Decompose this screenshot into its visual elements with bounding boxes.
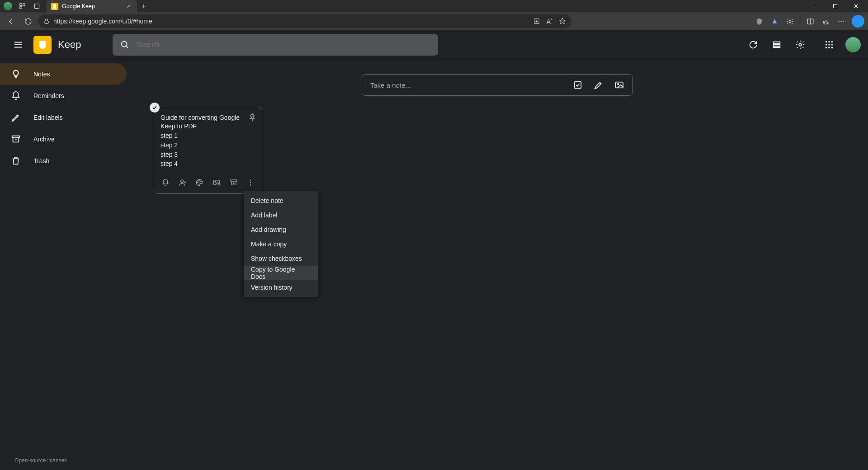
copilot-button[interactable] bbox=[852, 15, 864, 28]
ctx-show-checkboxes[interactable]: Show checkboxes bbox=[244, 251, 318, 266]
tracking-icon[interactable] bbox=[752, 14, 766, 28]
take-note-placeholder: Take a note... bbox=[370, 81, 411, 89]
browser-tab[interactable]: Google Keep bbox=[47, 0, 137, 12]
ctx-copy-to-docs[interactable]: Copy to Google Docs bbox=[244, 266, 318, 280]
svg-rect-3 bbox=[34, 4, 39, 9]
sidebar-item-reminders[interactable]: Reminders bbox=[0, 85, 127, 107]
account-avatar[interactable] bbox=[845, 37, 861, 52]
back-button[interactable] bbox=[4, 14, 18, 28]
text-size-icon[interactable]: Aᴬ bbox=[547, 18, 552, 25]
main-menu-button[interactable] bbox=[7, 34, 29, 56]
sidebar-item-archive[interactable]: Archive bbox=[0, 128, 127, 150]
svg-rect-14 bbox=[774, 44, 780, 46]
profile-badge[interactable] bbox=[4, 2, 12, 10]
ctx-delete-note[interactable]: Delete note bbox=[244, 193, 318, 208]
svg-point-38 bbox=[250, 182, 251, 183]
window-maximize-button[interactable] bbox=[825, 0, 845, 12]
svg-rect-27 bbox=[575, 82, 581, 89]
pencil-icon bbox=[11, 113, 21, 122]
note-line: step 4 bbox=[160, 160, 255, 168]
take-note-bar[interactable]: Take a note... bbox=[362, 74, 633, 96]
browser-tab-strip: Google Keep + bbox=[0, 0, 868, 12]
refresh-button[interactable] bbox=[21, 14, 35, 28]
remind-me-button[interactable] bbox=[160, 177, 170, 188]
note-card[interactable]: Guide for converting Google Keep to PDF … bbox=[154, 107, 262, 194]
lock-icon bbox=[43, 18, 50, 24]
svg-point-33 bbox=[200, 181, 201, 182]
list-view-button[interactable] bbox=[767, 35, 787, 55]
collections-icon[interactable] bbox=[818, 14, 833, 28]
tab-title: Google Keep bbox=[62, 3, 95, 9]
search-box[interactable] bbox=[113, 34, 438, 56]
svg-point-17 bbox=[826, 41, 827, 42]
pin-button[interactable] bbox=[247, 113, 257, 122]
search-icon bbox=[120, 40, 130, 50]
tab-actions-icon[interactable] bbox=[29, 0, 44, 12]
archive-icon bbox=[11, 134, 21, 144]
sidebar-item-label: Reminders bbox=[33, 92, 64, 99]
more-button[interactable] bbox=[245, 177, 255, 188]
browser-settings-icon[interactable] bbox=[783, 14, 797, 28]
svg-point-24 bbox=[828, 47, 830, 48]
ctx-version-history[interactable]: Version history bbox=[244, 280, 318, 295]
svg-point-22 bbox=[831, 44, 833, 46]
window-minimize-button[interactable] bbox=[804, 0, 825, 12]
svg-point-19 bbox=[831, 41, 833, 42]
sidebar-item-notes[interactable]: Notes bbox=[0, 63, 127, 85]
main-content: Take a note... Guide for converting Goog… bbox=[127, 60, 868, 470]
url-text: https://keep.google.com/u/0/#home bbox=[53, 18, 152, 25]
new-list-icon[interactable] bbox=[573, 80, 583, 90]
svg-point-39 bbox=[250, 184, 251, 186]
settings-button[interactable] bbox=[790, 35, 810, 55]
apps-button[interactable] bbox=[819, 35, 839, 55]
app-title: Keep bbox=[58, 39, 81, 51]
svg-point-7 bbox=[789, 20, 791, 22]
sidebar-item-trash[interactable]: Trash bbox=[0, 150, 127, 172]
workspaces-icon[interactable] bbox=[15, 0, 29, 12]
ctx-add-label[interactable]: Add label bbox=[244, 208, 318, 222]
ctx-make-copy[interactable]: Make a copy bbox=[244, 237, 318, 251]
svg-rect-26 bbox=[12, 136, 20, 138]
svg-point-31 bbox=[198, 182, 198, 183]
address-bar[interactable]: https://keep.google.com/u/0/#home Aᴬ bbox=[38, 14, 571, 28]
window-close-button[interactable] bbox=[845, 0, 866, 12]
keep-logo-icon bbox=[33, 36, 52, 54]
ctx-add-drawing[interactable]: Add drawing bbox=[244, 222, 318, 237]
svg-point-32 bbox=[199, 181, 200, 182]
sidebar-item-label: Archive bbox=[33, 136, 55, 143]
collaborator-button[interactable] bbox=[178, 177, 188, 188]
select-note-button[interactable] bbox=[150, 103, 160, 113]
note-title: Guide for converting Google Keep to PDF bbox=[160, 113, 255, 131]
notification-icon[interactable] bbox=[767, 14, 782, 28]
trash-icon bbox=[11, 156, 21, 166]
background-options-button[interactable] bbox=[194, 177, 204, 188]
svg-point-9 bbox=[838, 21, 839, 22]
add-image-button[interactable] bbox=[212, 177, 222, 188]
svg-rect-36 bbox=[231, 180, 237, 181]
new-drawing-icon[interactable] bbox=[594, 80, 604, 90]
extensions-icon[interactable] bbox=[533, 18, 540, 25]
svg-point-37 bbox=[250, 180, 251, 181]
sidebar-item-label: Trash bbox=[33, 157, 49, 164]
tab-close-button[interactable] bbox=[125, 3, 132, 10]
new-image-icon[interactable] bbox=[614, 80, 624, 90]
svg-point-21 bbox=[828, 44, 830, 46]
browser-more-icon[interactable] bbox=[834, 14, 848, 28]
svg-rect-28 bbox=[616, 82, 623, 88]
new-tab-button[interactable]: + bbox=[137, 2, 151, 10]
footer-link[interactable]: Open-source licenses bbox=[14, 457, 67, 464]
note-context-menu: Delete note Add label Add drawing Make a… bbox=[244, 191, 318, 297]
svg-point-23 bbox=[826, 47, 827, 48]
search-input[interactable] bbox=[136, 41, 431, 49]
bulb-icon bbox=[11, 69, 21, 79]
split-screen-icon[interactable] bbox=[803, 14, 817, 28]
note-line: step 2 bbox=[160, 141, 255, 150]
svg-point-12 bbox=[122, 41, 127, 47]
svg-rect-1 bbox=[23, 4, 24, 5]
sidebar-item-edit-labels[interactable]: Edit labels bbox=[0, 107, 127, 128]
favorite-icon[interactable] bbox=[559, 18, 566, 25]
svg-point-18 bbox=[828, 41, 830, 42]
refresh-app-button[interactable] bbox=[743, 35, 763, 55]
archive-note-button[interactable] bbox=[229, 177, 239, 188]
svg-rect-15 bbox=[774, 47, 780, 47]
